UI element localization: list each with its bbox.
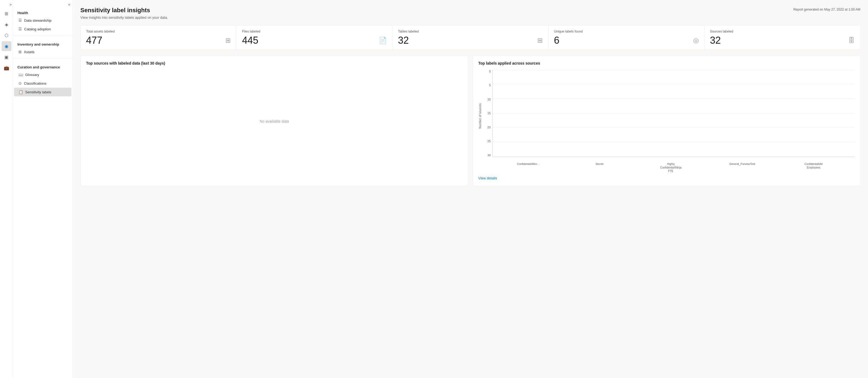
page-header-left: Sensitivity label insights View insights… [81, 6, 168, 20]
sources-labeled-value: 32 [710, 36, 721, 45]
total-assets-label: Total assets labeled [86, 30, 231, 33]
x-label-secret: Secret [564, 162, 635, 173]
x-label-highly-confidential: HighlyConfidential\NinjaFTE [635, 162, 707, 173]
chart-plot [493, 70, 855, 157]
sidebar-item-catalog-adoption[interactable]: ☰ Catalog adoption [14, 25, 71, 33]
unique-labels-bottom: 6 ◎ [554, 36, 699, 45]
files-labeled-value: 445 [242, 36, 258, 45]
sidebar-item-catalog-adoption-label: Catalog adoption [24, 27, 51, 31]
x-label-general-purviewtest: General_PurviewTest [707, 162, 778, 173]
sources-labeled-bottom: 32 🗄 [710, 36, 855, 45]
inventory-section-title: Inventory and ownership [13, 38, 72, 48]
stat-card-files-labeled: Files labeled 445 📄 [237, 25, 392, 50]
files-labeled-icon: 📄 [379, 37, 387, 44]
sidebar-item-data-stewardship-label: Data stewardship [24, 19, 51, 23]
y-axis-title: Number of sources [478, 70, 483, 162]
sidebar-item-assets[interactable]: ⊞ Assets [14, 48, 71, 56]
x-label-confidential-micr: Confidential\Micr... [493, 162, 564, 173]
expand-icon-rail-button[interactable]: » [9, 2, 12, 6]
tables-labeled-label: Tables labeled [398, 30, 543, 33]
stat-card-tables-labeled: Tables labeled 32 ⊞ [393, 25, 548, 50]
icon-rail: » ⊞ ◈ ⬡ ◉ ▣ 💼 [0, 0, 13, 378]
top-labels-panel: Top labels applied across sources Number… [473, 55, 861, 186]
y-label-10: 10 [484, 98, 491, 101]
curation-section-title: Curation and governance [13, 61, 72, 70]
sensitivity-labels-icon: 📋 [19, 90, 23, 94]
files-labeled-bottom: 445 📄 [242, 36, 386, 45]
x-labels: Confidential\Micr... Secret HighlyConfid… [478, 162, 855, 173]
view-details-link[interactable]: View details [478, 176, 497, 180]
sidebar-item-sensitivity-labels[interactable]: 📋 Sensitivity labels [14, 88, 71, 96]
unique-labels-label: Unique labels found [554, 30, 699, 33]
charts-row: Top sources with labeled data (last 30 d… [81, 55, 860, 186]
files-labeled-label: Files labeled [242, 30, 386, 33]
tables-labeled-icon: ⊞ [537, 37, 543, 44]
policy-icon-rail-item[interactable]: ▣ [2, 52, 11, 62]
y-label-15: 15 [484, 112, 491, 115]
x-label-confidential-all-employees: Confidential\AllEmployees [778, 162, 849, 173]
stat-card-total-assets: Total assets labeled 477 ⊞ [81, 25, 236, 50]
classifications-icon: ⊙ [19, 81, 22, 86]
data-map-icon-rail-item[interactable]: ⬡ [2, 30, 11, 40]
sidebar-item-data-stewardship[interactable]: ☰ Data stewardship [14, 16, 71, 25]
page-subtitle: View insights into sensitivity labels ap… [81, 15, 168, 20]
bar-chart: Number of sources 30 25 20 15 10 5 0 [478, 70, 855, 173]
sidebar-item-sensitivity-labels-label: Sensitivity labels [25, 90, 51, 94]
no-data-message: No available data [86, 70, 463, 173]
y-label-0: 0 [484, 70, 491, 73]
y-axis-labels: 30 25 20 15 10 5 0 [484, 70, 493, 162]
data-stewardship-icon: ☰ [19, 18, 22, 23]
insights-icon-rail-item[interactable]: ◉ [2, 41, 11, 51]
icon-rail-expand-area: » [0, 2, 13, 6]
unique-labels-value: 6 [554, 36, 559, 45]
sidebar-collapse-button[interactable]: « [68, 2, 70, 6]
home-icon-rail-item[interactable]: ⊞ [2, 9, 11, 19]
sidebar-item-assets-label: Assets [24, 50, 34, 54]
unique-labels-icon: ◎ [693, 37, 699, 44]
sidebar-divider-2 [13, 58, 72, 59]
stat-card-sources-labeled: Sources labeled 32 🗄 [705, 25, 860, 50]
catalog-icon-rail-item[interactable]: ◈ [2, 20, 11, 29]
sidebar-item-classifications[interactable]: ⊙ Classifications [14, 79, 71, 88]
stat-card-unique-labels: Unique labels found 6 ◎ [549, 25, 704, 50]
total-assets-bottom: 477 ⊞ [86, 36, 231, 45]
total-assets-icon: ⊞ [225, 37, 231, 44]
briefcase-icon-rail-item[interactable]: 💼 [2, 63, 11, 73]
sidebar-header: « [13, 0, 72, 6]
sidebar-item-glossary-label: Glossary [25, 73, 39, 77]
page-header: Sensitivity label insights View insights… [81, 6, 860, 20]
bar-chart-area: Number of sources 30 25 20 15 10 5 0 [478, 70, 855, 162]
glossary-icon: 📖 [19, 72, 23, 77]
y-label-30: 30 [484, 154, 491, 157]
report-generated: Report generated on May 27, 2022 at 1:00… [793, 8, 860, 11]
bars-group [493, 70, 855, 157]
top-sources-panel: Top sources with labeled data (last 30 d… [81, 55, 468, 186]
page-title: Sensitivity label insights [81, 6, 168, 14]
main-content: Sensitivity label insights View insights… [73, 0, 868, 378]
tables-labeled-value: 32 [398, 36, 409, 45]
y-label-25: 25 [484, 139, 491, 143]
catalog-adoption-icon: ☰ [19, 27, 22, 31]
sources-labeled-icon: 🗄 [848, 37, 855, 44]
top-sources-title: Top sources with labeled data (last 30 d… [86, 61, 463, 65]
health-section-title: Health [13, 6, 72, 16]
total-assets-value: 477 [86, 36, 102, 45]
y-label-20: 20 [484, 126, 491, 129]
sidebar: « Health ☰ Data stewardship ☰ Catalog ad… [13, 0, 73, 378]
top-labels-title: Top labels applied across sources [478, 61, 855, 65]
sidebar-item-glossary[interactable]: 📖 Glossary [14, 70, 71, 79]
sidebar-item-classifications-label: Classifications [24, 82, 46, 86]
tables-labeled-bottom: 32 ⊞ [398, 36, 543, 45]
stat-cards-row: Total assets labeled 477 ⊞ Files labeled… [81, 25, 860, 50]
assets-icon: ⊞ [19, 50, 22, 54]
y-label-5: 5 [484, 84, 491, 87]
sources-labeled-label: Sources labeled [710, 30, 855, 33]
